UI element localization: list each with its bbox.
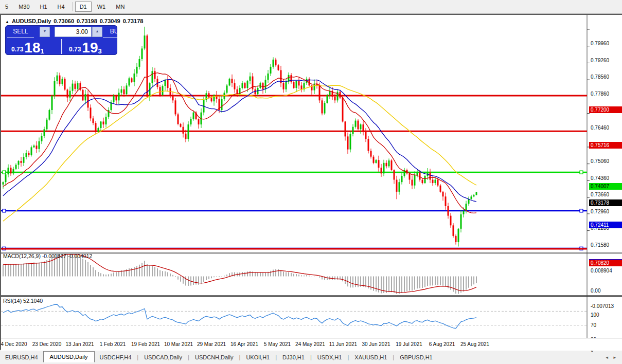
- rsi-axis-label: 70: [591, 322, 621, 329]
- buy-button[interactable]: BUY: [103, 25, 130, 38]
- timeframe-button-d1[interactable]: D1: [75, 2, 92, 12]
- rsi-axis-label: 100: [591, 312, 621, 318]
- timeframe-toolbar: 5M30H1H4D1W1MN: [0, 0, 622, 14]
- macd-indicator: [3, 254, 476, 294]
- date-tick-label: 30 Jun 2021: [362, 341, 390, 347]
- tab-separator: |: [137, 354, 138, 360]
- macd-title: MACD(12,26,9): [3, 253, 41, 259]
- date-tick-label: 4 Dec 2020: [1, 341, 27, 347]
- macd-label: MACD(12,26,9) -0.001827 -0.004012: [3, 253, 92, 259]
- price-tick-label: 0.71580: [591, 242, 621, 248]
- price-tick-label: 0.73660: [591, 191, 621, 198]
- tab-separator: |: [310, 354, 312, 360]
- ohlc-low: 0.73049: [100, 18, 120, 24]
- chart-window: ▲AUDUSD,Daily0.730600.731980.730490.7317…: [0, 14, 622, 351]
- price-divider: [61, 39, 62, 54]
- chart-tab-dj30[interactable]: DJ30,H1: [277, 352, 310, 362]
- date-tick-label: 25 Aug 2021: [460, 341, 489, 347]
- rsi-value: 52.1040: [23, 298, 43, 304]
- volume-increase-button[interactable]: ▲: [92, 27, 102, 37]
- chart-tab-xauusd[interactable]: XAUUSD,H1: [349, 352, 392, 362]
- sell-price-display[interactable]: 0.73 18 1: [11, 38, 44, 56]
- tab-scroll-arrows[interactable]: ◂ ▸: [606, 355, 618, 360]
- ohlc-close: 0.73178: [123, 18, 144, 24]
- chart-tab-gbpusd[interactable]: GBPUSD,H1: [395, 352, 438, 362]
- price-tick-label: 0.74360: [591, 175, 621, 181]
- tab-separator: |: [393, 354, 394, 360]
- chart-tab-bar: EURUSD,H4AUDUSD,DailyUSDCHF,H4|USDCAD,Da…: [0, 350, 622, 364]
- volume-input[interactable]: 3.00: [55, 27, 92, 37]
- macd-axis-label: 0.00: [591, 287, 621, 294]
- chart-tab-usdx[interactable]: USDX,H1: [312, 352, 347, 362]
- toolbar-separator: [72, 2, 73, 11]
- chart-tab-audusd[interactable]: AUDUSD,Daily: [43, 351, 95, 362]
- timeframe-button-mn[interactable]: MN: [111, 2, 129, 12]
- buy-price-prefix: 0.73: [69, 46, 81, 54]
- date-tick-label: 23 Dec 2020: [32, 341, 62, 347]
- date-tick-label: 1 Feb 2021: [100, 341, 126, 347]
- horizontal-line-objects[interactable]: [1, 96, 587, 250]
- hline-price-badge: 0.77200: [589, 106, 622, 113]
- hline-price-badge: 0.75716: [589, 142, 622, 149]
- hline-price-badge: 0.70820: [589, 260, 622, 266]
- timeframe-button-w1[interactable]: W1: [93, 2, 111, 12]
- collapse-triangle-icon[interactable]: ▲: [5, 20, 9, 24]
- sell-price-main: 18: [24, 41, 40, 54]
- price-tick-label: 0.78560: [591, 74, 621, 80]
- date-tick-label: 10 Mar 2021: [164, 341, 193, 347]
- sell-button[interactable]: SELL: [7, 25, 34, 38]
- timeframe-button-m30[interactable]: M30: [14, 2, 34, 12]
- date-tick-label: 6 Aug 2021: [429, 341, 455, 347]
- price-tick-label: 0.79260: [591, 57, 621, 64]
- rsi-title: RSI(14): [3, 298, 22, 304]
- date-tick-label: 29 Mar 2021: [197, 341, 226, 347]
- sell-price-prefix: 0.73: [11, 46, 23, 54]
- price-tick-label: 0.75060: [591, 158, 621, 165]
- macd-values: -0.001827 -0.004012: [42, 253, 93, 259]
- tab-separator: |: [347, 354, 349, 360]
- chart-title: ▲AUDUSD,Daily0.730600.731980.730490.7317…: [5, 18, 143, 24]
- chart-tab-ukoil[interactable]: UKOil,H1: [241, 352, 275, 362]
- hline-price-badge: 0.72411: [589, 222, 622, 228]
- volume-decrease-button[interactable]: ▼: [40, 27, 50, 37]
- macd-axis-label: 0.008904: [591, 267, 621, 274]
- buy-price-pip: 3: [98, 48, 102, 54]
- chart-tab-eurusd[interactable]: EURUSD,H4: [0, 352, 43, 362]
- ohlc-open: 0.73060: [54, 18, 74, 24]
- price-tick-label: 0.77860: [591, 90, 621, 97]
- date-axis: 4 Dec 202023 Dec 202013 Jan 20211 Feb 20…: [1, 338, 622, 351]
- sell-price-pip: 1: [41, 48, 44, 54]
- date-tick-label: 19 Feb 2021: [131, 341, 160, 347]
- tab-separator: |: [188, 354, 189, 360]
- date-tick-label: 13 Jan 2021: [65, 341, 94, 347]
- hline-price-badge: 0.74007: [589, 183, 622, 190]
- price-tick-label: 0.76460: [591, 124, 621, 131]
- date-tick-label: 11 Jun 2021: [329, 341, 357, 347]
- buy-price-main: 19: [82, 41, 98, 54]
- chart-symbol: AUDUSD,Daily: [12, 18, 51, 24]
- ohlc-high: 0.73198: [77, 18, 97, 24]
- candlestick-chart: [1, 15, 622, 350]
- rsi-indicator: [1, 304, 587, 329]
- buy-price-display[interactable]: 0.73 19 3: [69, 38, 102, 56]
- price-tick-label: 0.72960: [591, 208, 621, 215]
- timeframe-button-h1[interactable]: H1: [35, 2, 52, 12]
- timeframe-button-5[interactable]: 5: [1, 2, 13, 12]
- chart-tab-usdchf[interactable]: USDCHF,H4: [95, 352, 137, 362]
- chart-tab-usdcad[interactable]: USDCAD,Daily: [139, 352, 187, 362]
- tab-separator: |: [275, 354, 277, 360]
- date-tick-label: 19 Jul 2021: [396, 341, 422, 347]
- tab-separator: |: [239, 354, 241, 360]
- timeframe-button-h4[interactable]: H4: [53, 2, 69, 12]
- date-tick-label: 24 May 2021: [295, 341, 325, 347]
- rsi-label: RSI(14) 52.1040: [3, 298, 43, 304]
- one-click-trade-panel: SELL ▼ 3.00 ▲ BUY 0.73 18 1 0.73 19 3: [5, 25, 117, 55]
- date-tick-label: 5 May 2021: [264, 341, 291, 347]
- moving-average-line: [3, 79, 476, 201]
- price-tick-label: 0.79960: [591, 40, 621, 47]
- date-tick-label: 16 Apr 2021: [230, 341, 258, 347]
- current-price-badge: 0.73178: [589, 199, 622, 206]
- moving-average-line: [3, 85, 476, 221]
- chart-tab-usdcnh[interactable]: USDCNH,Daily: [190, 352, 239, 362]
- candles: [3, 27, 477, 247]
